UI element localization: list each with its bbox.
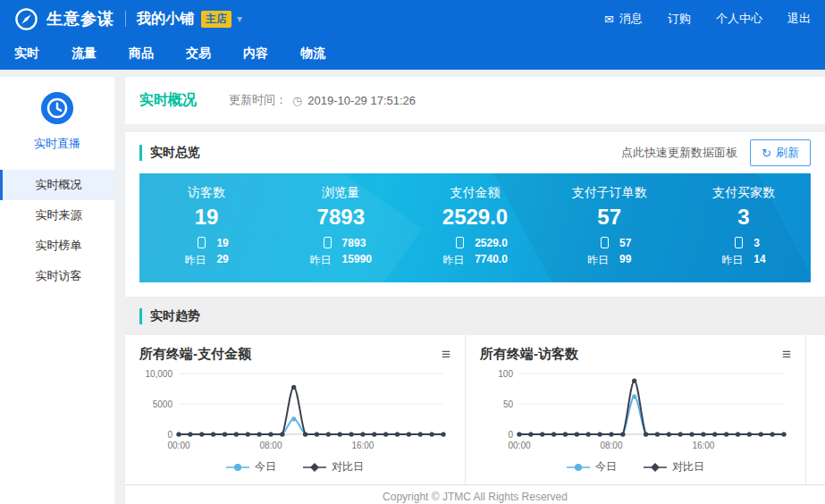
metric-sub-orders: 支付子订单数 57 57 昨日 99: [543, 173, 677, 282]
logout-link[interactable]: 退出: [787, 11, 811, 27]
chart-legend: 今日对比日: [480, 459, 791, 475]
chart-title-row: 所有终端-支付金额 ≡: [139, 346, 450, 363]
legend-item[interactable]: 今日: [226, 459, 276, 475]
legend-item[interactable]: 对比日: [644, 459, 704, 475]
main-content: 实时概况 更新时间： ◷ 2019-10-29 17:51:26 实时总览 点此…: [125, 77, 825, 504]
app-logo-icon: [14, 7, 38, 31]
metric-value: 7893: [274, 205, 408, 230]
yesterday-label: 昨日: [310, 253, 332, 268]
metric-label: 支付金额: [408, 185, 542, 201]
svg-text:0: 0: [508, 430, 513, 440]
update-time-label: 更新时间：: [229, 92, 287, 108]
legend-item[interactable]: 对比日: [303, 459, 364, 475]
metric-mobile-value: 7893: [342, 237, 366, 249]
nav-item-trade[interactable]: 交易: [186, 46, 211, 62]
mail-icon: ✉: [604, 13, 614, 26]
metric-pageviews: 浏览量 7893 7893 昨日 15990: [274, 173, 408, 282]
brand-title: 生意参谋: [46, 8, 114, 29]
refresh-hint-text: 点此快速更新数据面板: [621, 145, 737, 161]
nav-item-traffic[interactable]: 流量: [72, 46, 97, 62]
metric-yesterday-value: 99: [619, 253, 631, 268]
legend-marker-icon: [567, 463, 590, 472]
metric-payment-amount: 支付金额 2529.0 2529.0 昨日 7740.0: [408, 173, 542, 282]
metric-label: 支付子订单数: [543, 185, 677, 201]
chart-menu-icon[interactable]: ≡: [442, 347, 450, 362]
mobile-icon: [735, 237, 743, 249]
legend-marker-icon: [303, 463, 326, 472]
nav-item-products[interactable]: 商品: [129, 46, 154, 62]
mobile-icon: [601, 237, 609, 249]
nav-item-logistics[interactable]: 物流: [300, 46, 325, 62]
svg-text:10,000: 10,000: [145, 369, 173, 379]
sidebar-item-realtime-rankings[interactable]: 实时榜单: [0, 231, 114, 261]
clock-small-icon: ◷: [292, 94, 302, 107]
trend-section-row: 实时趋势: [125, 297, 825, 335]
top-right-links: ✉ 消息 订购 个人中心 退出: [604, 11, 811, 27]
svg-text:16:00: 16:00: [692, 441, 714, 450]
nav-item-content[interactable]: 内容: [243, 46, 268, 62]
clock-icon: [40, 91, 74, 125]
trend-charts-card: 所有终端-支付金额 ≡ 0500010,00000:0008:0016:00 今…: [125, 335, 825, 485]
metric-sub: 7893 昨日 15990: [310, 237, 372, 268]
metric-mobile-value: 19: [216, 237, 228, 249]
chevron-down-icon[interactable]: ▾: [237, 13, 242, 25]
mobile-icon: [456, 237, 464, 249]
trend-section-title: 实时趋势: [139, 308, 200, 324]
refresh-button[interactable]: ↻ 刷新: [750, 139, 811, 166]
svg-text:00:00: 00:00: [167, 441, 189, 450]
metric-label: 访客数: [139, 185, 274, 201]
overview-section-row: 实时总览 点此快速更新数据面板 ↻ 刷新: [125, 132, 825, 173]
chart-menu-icon[interactable]: ≡: [782, 347, 791, 362]
spacer: [125, 124, 825, 133]
chart-panel-visitors: 所有终端-访客数 ≡ 05010000:0008:0016:00 今日对比日: [466, 335, 806, 484]
metric-yesterday-value: 15990: [342, 253, 372, 268]
sidebar-item-realtime-visitors[interactable]: 实时访客: [0, 261, 114, 291]
metric-sub: 19 昨日 29: [184, 237, 228, 268]
realtime-overview-card: 实时总览 点此快速更新数据面板 ↻ 刷新 访客数 19 19 昨日: [125, 132, 825, 297]
copyright-text: Copyright © JTMC All Rights Reserved: [383, 485, 568, 503]
page-body: 实时直播 实时概况 实时来源 实时榜单 实时访客 实时概况 更新时间： ◷ 20…: [0, 70, 825, 504]
metric-value: 19: [139, 205, 274, 230]
metric-yesterday-value: 14: [753, 253, 765, 268]
chart-legend: 今日对比日: [139, 459, 450, 475]
legend-item[interactable]: 今日: [567, 459, 617, 475]
subscribe-link[interactable]: 订购: [668, 11, 691, 27]
messages-link[interactable]: ✉ 消息: [604, 11, 643, 27]
sidebar-item-realtime-sources[interactable]: 实时来源: [0, 200, 114, 231]
metric-paying-buyers: 支付买家数 3 3 昨日 14: [677, 173, 811, 282]
svg-text:5000: 5000: [153, 399, 173, 409]
sidebar-section-head: 实时直播: [0, 77, 114, 170]
svg-text:0: 0: [167, 430, 173, 440]
mobile-icon: [324, 237, 332, 249]
shop-name: 我的小铺: [137, 10, 194, 29]
update-time-value: 2019-10-29 17:51:26: [307, 94, 416, 107]
metric-sub: 2529.0 昨日 7740.0: [442, 237, 508, 268]
svg-text:50: 50: [503, 399, 514, 409]
yesterday-label: 昨日: [721, 253, 743, 268]
svg-text:16:00: 16:00: [351, 441, 374, 450]
svg-text:00:00: 00:00: [508, 441, 530, 450]
svg-text:08:00: 08:00: [259, 441, 282, 450]
metric-mobile-value: 57: [619, 237, 631, 249]
chart-title-row: 所有终端-访客数 ≡: [480, 346, 791, 363]
yesterday-label: 昨日: [184, 253, 206, 268]
metric-label: 支付买家数: [677, 185, 811, 201]
metrics-panel: 访客数 19 19 昨日 29 浏览量 7893 7893 昨日: [139, 173, 811, 282]
sidebar-item-realtime-overview[interactable]: 实时概况: [0, 170, 114, 200]
nav-item-realtime[interactable]: 实时: [14, 46, 39, 62]
personal-center-link[interactable]: 个人中心: [716, 11, 762, 27]
metric-label: 浏览量: [274, 185, 408, 201]
legend-marker-icon: [644, 463, 667, 472]
legend-marker-icon: [226, 463, 249, 472]
top-bar: 生意参谋 我的小铺 主店 ▾ ✉ 消息 订购 个人中心 退出: [0, 0, 825, 38]
metric-value: 2529.0: [408, 205, 542, 230]
visitors-line-chart: 05010000:0008:0016:00: [480, 365, 791, 454]
chart-title-payment: 所有终端-支付金额: [139, 346, 251, 363]
yesterday-label: 昨日: [587, 253, 609, 268]
yesterday-label: 昨日: [442, 253, 464, 268]
chart-panel-payment: 所有终端-支付金额 ≡ 0500010,00000:0008:0016:00 今…: [125, 335, 466, 484]
main-nav: 实时 流量 商品 交易 内容 物流: [0, 38, 825, 70]
metric-mobile-value: 2529.0: [475, 237, 508, 249]
metric-value: 3: [677, 205, 811, 230]
mobile-icon: [198, 237, 206, 249]
